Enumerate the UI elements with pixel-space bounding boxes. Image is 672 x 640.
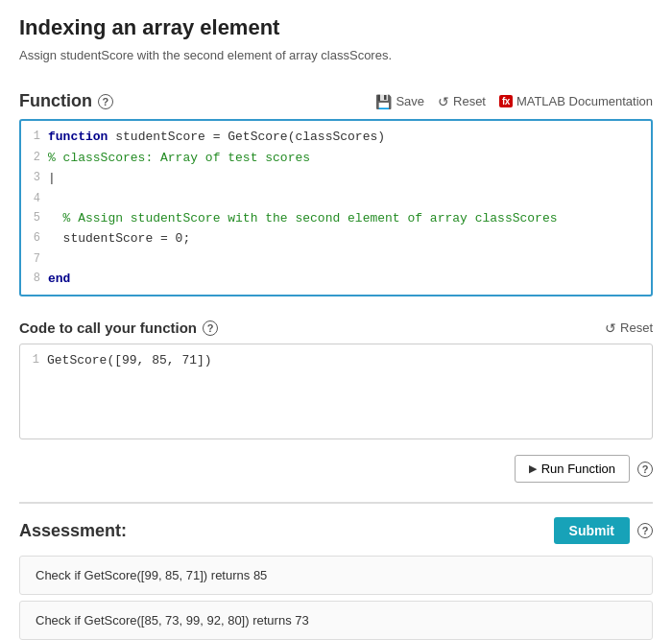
check-item: Check if GetScore([85, 73, 99, 92, 80]) … [19, 601, 653, 640]
submit-button[interactable]: Submit [554, 517, 630, 544]
code-line: 6 studentScore = 0; [21, 228, 651, 249]
call-reset-label: Reset [620, 320, 653, 335]
run-help-icon[interactable]: ? [637, 462, 653, 477]
function-section-header: Function ? 💾 Save ↺ Reset fx MATLAB Docu… [19, 91, 653, 111]
run-function-button[interactable]: ▶ Run Function [515, 455, 630, 483]
save-icon: 💾 [375, 94, 392, 109]
function-help-icon[interactable]: ? [98, 94, 113, 109]
function-label: Function [19, 91, 92, 111]
reset-icon: ↺ [438, 94, 449, 109]
code-line: 5 % Assign studentScore with the second … [21, 208, 651, 229]
assessment-section: Assessment: Submit ? Check if GetScore([… [19, 502, 653, 640]
submit-area: Submit ? [554, 517, 653, 544]
call-reset-icon: ↺ [605, 320, 616, 336]
check-item: Check if GetScore([99, 85, 71]) returns … [19, 556, 653, 595]
matlab-label: MATLAB Documentation [516, 94, 653, 108]
assessment-help-icon[interactable]: ? [637, 523, 653, 538]
matlab-docs-link[interactable]: fx MATLAB Documentation [499, 94, 653, 108]
call-section-header: Code to call your function ? ↺ Reset [19, 320, 653, 336]
call-help-icon[interactable]: ? [203, 320, 218, 336]
code-line: 4 [21, 189, 651, 208]
code-line: 2 % classScores: Array of test scores [21, 148, 651, 169]
check-item-text: Check if GetScore([99, 85, 71]) returns … [36, 568, 267, 582]
call-label: Code to call your function [19, 320, 197, 336]
matlab-icon: fx [499, 95, 513, 107]
code-line: 8 end [21, 269, 651, 290]
function-toolbar: 💾 Save ↺ Reset fx MATLAB Documentation [375, 94, 653, 109]
function-code-editor[interactable]: 1 function studentScore = GetScore(class… [19, 119, 653, 296]
call-code-line: 1 GetScore([99, 85, 71]) [20, 350, 652, 371]
page-subtitle: Assign studentScore with the second elem… [19, 48, 653, 62]
code-line: 7 [21, 249, 651, 269]
call-title: Code to call your function ? [19, 320, 218, 336]
call-code-editor[interactable]: 1 GetScore([99, 85, 71]) [19, 344, 653, 439]
run-section: ▶ Run Function ? [19, 455, 653, 483]
reset-label: Reset [453, 94, 486, 108]
save-label: Save [396, 94, 424, 108]
call-reset-button[interactable]: ↺ Reset [605, 320, 653, 336]
run-button-label: Run Function [541, 462, 615, 476]
save-button[interactable]: 💾 Save [375, 94, 424, 109]
call-section: Code to call your function ? ↺ Reset 1 G… [19, 320, 653, 439]
reset-button[interactable]: ↺ Reset [438, 94, 486, 109]
function-title: Function ? [19, 91, 113, 111]
assessment-header: Assessment: Submit ? [19, 517, 653, 544]
code-line: 3 | [21, 168, 651, 189]
play-icon: ▶ [529, 462, 537, 475]
page-title: Indexing an array element [19, 15, 653, 40]
check-item-text: Check if GetScore([85, 73, 99, 92, 80]) … [36, 613, 309, 628]
code-line: 1 function studentScore = GetScore(class… [21, 127, 651, 148]
assessment-title: Assessment: [19, 521, 127, 541]
